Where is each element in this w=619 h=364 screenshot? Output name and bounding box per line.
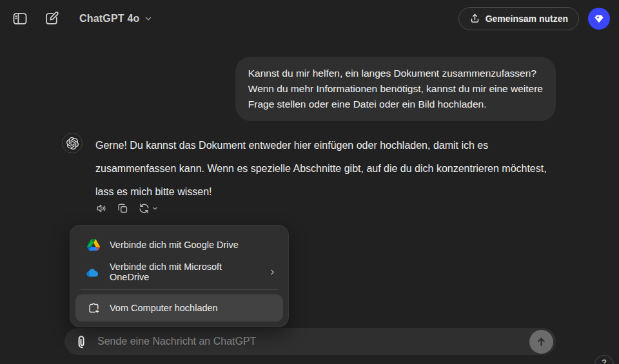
assistant-message-row: Gerne! Du kannst das Dokument entweder h… bbox=[62, 133, 547, 204]
assistant-avatar bbox=[62, 133, 83, 153]
speaker-icon bbox=[95, 202, 108, 215]
user-message-bubble: Kannst du mir helfen, ein langes Dokumen… bbox=[235, 57, 556, 121]
assistant-message-actions bbox=[93, 200, 161, 217]
share-upload-icon bbox=[469, 13, 480, 24]
menu-divider bbox=[81, 289, 278, 290]
help-button[interactable]: ? bbox=[594, 355, 614, 364]
copy-icon bbox=[117, 202, 129, 215]
new-chat-button[interactable] bbox=[41, 8, 63, 29]
regenerate-button[interactable] bbox=[135, 200, 151, 217]
menu-item-label: Verbinde dich mit Microsoft OneDrive bbox=[110, 262, 263, 282]
share-button-label: Gemeinsam nutzen bbox=[486, 14, 568, 24]
menu-item-label: Vom Computer hochladen bbox=[110, 303, 277, 313]
menu-item-label: Verbinde dich mit Google Drive bbox=[110, 240, 277, 250]
compose-icon bbox=[44, 10, 60, 26]
onedrive-icon bbox=[86, 267, 101, 277]
header-left bbox=[9, 8, 63, 30]
sidebar-toggle-icon bbox=[12, 10, 28, 27]
header-right: Gemeinsam nutzen bbox=[458, 7, 610, 30]
account-avatar[interactable] bbox=[588, 8, 610, 30]
share-button[interactable]: Gemeinsam nutzen bbox=[458, 7, 579, 30]
openai-logo-icon bbox=[66, 137, 79, 149]
model-selector-label: ChatGPT 4o bbox=[79, 13, 140, 24]
menu-item-onedrive[interactable]: Verbinde dich mit Microsoft OneDrive bbox=[70, 258, 288, 285]
chevron-right-icon bbox=[268, 268, 277, 276]
help-button-label: ? bbox=[602, 358, 607, 364]
regenerate-icon bbox=[138, 202, 150, 215]
sidebar-toggle-button[interactable] bbox=[9, 8, 31, 30]
arrow-up-icon bbox=[535, 336, 547, 348]
top-bar: ChatGPT 4o Gemeinsam nutzen bbox=[0, 0, 619, 37]
chevron-down-icon bbox=[152, 205, 159, 212]
menu-item-upload-from-computer[interactable]: Vom Computer hochladen bbox=[75, 294, 283, 321]
upload-from-computer-icon bbox=[86, 302, 101, 314]
read-aloud-button[interactable] bbox=[93, 200, 110, 217]
google-drive-icon bbox=[86, 239, 101, 251]
copy-button[interactable] bbox=[114, 200, 132, 217]
regenerate-options-button[interactable] bbox=[152, 202, 161, 215]
menu-item-google-drive[interactable]: Verbinde dich mit Google Drive bbox=[70, 231, 288, 258]
message-input[interactable] bbox=[92, 336, 529, 347]
composer-bar bbox=[64, 328, 556, 355]
chevron-down-icon bbox=[144, 14, 153, 23]
attach-file-button[interactable] bbox=[72, 332, 92, 352]
attachment-menu: Verbinde dich mit Google Drive Verbinde … bbox=[70, 225, 289, 327]
paperclip-icon bbox=[75, 334, 90, 349]
regenerate-group bbox=[135, 200, 161, 217]
model-selector[interactable]: ChatGPT 4o bbox=[74, 9, 158, 28]
assistant-message-text: Gerne! Du kannst das Dokument entweder h… bbox=[95, 133, 547, 204]
gem-icon bbox=[593, 12, 605, 25]
send-button[interactable] bbox=[529, 330, 553, 354]
